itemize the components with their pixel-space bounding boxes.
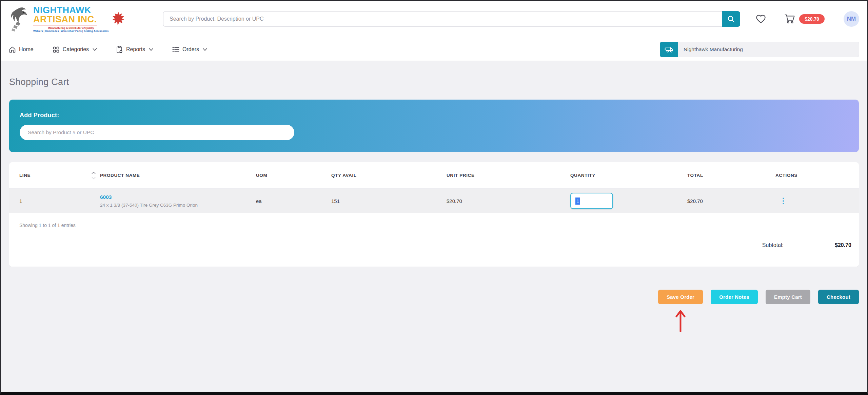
product-code-link[interactable]: 6003: [100, 194, 112, 200]
order-notes-button[interactable]: Order Notes: [711, 290, 758, 304]
chevron-down-icon: [149, 48, 153, 51]
cell-uom: ea: [246, 189, 321, 213]
global-search-input[interactable]: [163, 11, 722, 27]
column-header-line[interactable]: LINE: [9, 162, 90, 188]
chevron-down-icon: [203, 48, 207, 51]
brand-tagline-1: Manufacturing & Distributor of Quality: [33, 27, 108, 29]
empty-cart-button[interactable]: Empty Cart: [766, 290, 810, 304]
add-product-label: Add Product:: [20, 112, 848, 119]
product-description: 24 x 1 3/8 (37-540) Tire Grey C63G Primo…: [100, 203, 198, 208]
subtotal-value: $20.70: [821, 242, 851, 248]
main-content: Shopping Cart Add Product: LINE PRODUCT …: [0, 77, 868, 304]
favorites-button[interactable]: [756, 14, 766, 24]
grid-icon: [53, 46, 60, 53]
subtotal-row: Subtotal: $20.70: [17, 242, 851, 248]
customer-selector: Nighthawk Manufacturing: [660, 42, 859, 57]
home-icon: [9, 46, 16, 53]
column-header-qty-avail[interactable]: QTY AVAIL: [321, 162, 436, 188]
brand-text: NIGHTHAWK ARTISAN INC. Manufacturing & D…: [33, 6, 108, 33]
cell-line-number: 1: [9, 189, 90, 213]
cart-icon: [784, 14, 795, 24]
nav-menu: Home Categories Reports: [9, 46, 207, 53]
truck-icon: [665, 46, 673, 53]
page-title: Shopping Cart: [9, 77, 859, 87]
table-footer: Showing 1 to 1 of 1 entries Subtotal: $2…: [9, 213, 859, 267]
nav-item-reports[interactable]: Reports: [116, 46, 153, 53]
checkout-button[interactable]: Checkout: [818, 290, 859, 304]
nav-label-orders: Orders: [182, 46, 199, 53]
report-icon: [116, 46, 123, 53]
save-order-button[interactable]: Save Order: [658, 290, 703, 304]
nav-item-categories[interactable]: Categories: [53, 46, 97, 53]
column-header-unit-price[interactable]: UNIT PRICE: [436, 162, 560, 188]
customer-name: Nighthawk Manufacturing: [684, 46, 743, 53]
row-actions-menu-button[interactable]: ⋮: [775, 197, 787, 205]
cell-quantity: 1: [560, 189, 677, 213]
cart-total-badge[interactable]: $20.70: [799, 14, 825, 24]
user-avatar[interactable]: NM: [844, 11, 859, 27]
column-header-total[interactable]: TOTAL: [677, 162, 765, 188]
column-header-actions[interactable]: ACTIONS: [765, 162, 859, 188]
topbar-icons: $20.70 NM: [756, 11, 859, 27]
cell-qty-avail: 151: [321, 189, 436, 213]
save-order-wrap: Save Order: [658, 290, 703, 304]
hawk-logo-icon: [9, 6, 31, 32]
column-header-product-name[interactable]: PRODUCT NAME: [90, 162, 246, 188]
add-product-banner: Add Product:: [9, 100, 859, 152]
nav-item-orders[interactable]: Orders: [172, 46, 207, 53]
column-header-line-label: LINE: [19, 173, 31, 178]
top-bar: NIGHTHAWK ARTISAN INC. Manufacturing & D…: [0, 0, 868, 38]
main-nav: Home Categories Reports: [0, 38, 868, 61]
column-header-quantity[interactable]: QUANTITY: [560, 162, 677, 188]
cart-table-card: LINE PRODUCT NAME UOM QTY AVAIL UNIT PRI…: [9, 162, 859, 267]
maple-leaf-icon: [111, 11, 126, 27]
annotation-arrow-icon: [674, 308, 687, 333]
brand-tagline-2: Walkers | Commodes | Wheelchair Parts | …: [33, 30, 108, 33]
cart-button[interactable]: [784, 14, 795, 24]
search-button[interactable]: [722, 11, 740, 27]
cell-product-name: 6003 24 x 1 3/8 (37-540) Tire Grey C63G …: [90, 189, 246, 213]
cell-unit-price: $20.70: [436, 189, 560, 213]
list-icon: [172, 46, 179, 53]
quantity-input[interactable]: 1: [570, 193, 613, 209]
chevron-down-icon: [93, 48, 97, 51]
ship-to-button[interactable]: [660, 42, 678, 57]
heart-icon: [756, 14, 766, 24]
brand-name-line2: ARTISAN INC.: [33, 15, 97, 25]
brand-logo[interactable]: NIGHTHAWK ARTISAN INC. Manufacturing & D…: [9, 6, 163, 33]
cell-total: $20.70: [677, 189, 765, 213]
brand-name-line1: NIGHTHAWK: [33, 6, 108, 15]
nav-item-home[interactable]: Home: [9, 46, 34, 53]
quantity-value: 1: [575, 198, 580, 205]
cart-actions: Save Order Order Notes Empty Cart Checko…: [9, 290, 859, 304]
table-row: 1 6003 24 x 1 3/8 (37-540) Tire Grey C63…: [9, 189, 859, 213]
table-header-row: LINE PRODUCT NAME UOM QTY AVAIL UNIT PRI…: [9, 162, 859, 189]
cart-group: $20.70: [784, 14, 825, 24]
search-icon: [727, 15, 735, 23]
nav-label-reports: Reports: [126, 46, 145, 53]
subtotal-label: Subtotal:: [762, 242, 784, 248]
global-search: [163, 11, 740, 27]
nav-label-home: Home: [19, 46, 34, 53]
customer-name-field[interactable]: Nighthawk Manufacturing: [678, 42, 859, 57]
entries-summary: Showing 1 to 1 of 1 entries: [17, 223, 851, 228]
add-product-search-input[interactable]: [20, 125, 294, 140]
column-header-uom[interactable]: UOM: [246, 162, 321, 188]
cell-actions: ⋮: [765, 189, 859, 213]
nav-label-categories: Categories: [63, 46, 89, 53]
